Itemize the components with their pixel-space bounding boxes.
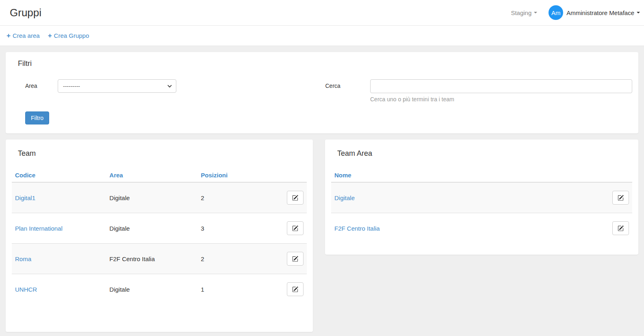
edit-icon [618,225,624,231]
search-input[interactable] [370,79,632,93]
main-content: Filtri Area --------- Cerca Cerca uno o … [0,46,644,336]
edit-team-button[interactable] [287,221,304,235]
team-area-title: Team Area [331,149,632,158]
team-area-column-actions [608,168,632,182]
table-row: F2F Centro Italia [331,213,632,244]
team-posizioni-cell: 2 [197,244,277,274]
team-posizioni-cell: 1 [197,274,277,305]
team-column-codice[interactable]: Codice [12,168,106,182]
team-area-cell: F2F Centro Italia [106,244,197,274]
edit-area-button[interactable] [612,221,629,235]
plus-icon: + [48,32,52,39]
page-header: Gruppi Staging Am Amministratore Metafac… [0,0,644,26]
edit-icon [292,195,298,201]
caret-down-icon [637,12,640,13]
filters-card: Filtri Area --------- Cerca Cerca uno o … [6,52,638,133]
filters-title: Filtri [12,59,632,68]
edit-icon [292,286,298,292]
team-link[interactable]: Roma [15,255,31,262]
search-label: Cerca [322,79,371,89]
team-area-cell: Digitale [106,213,197,244]
team-area-column-nome[interactable]: Nome [331,168,608,182]
team-area-table: Nome Digitale F2F Centro Ita [331,168,632,243]
caret-down-icon [534,12,537,13]
team-posizioni-cell: 2 [197,182,277,213]
avatar: Am [549,5,563,20]
plus-icon: + [7,32,11,39]
crea-area-label: Crea area [13,32,40,39]
team-area-cell: Digitale [106,182,197,213]
table-row: Roma F2F Centro Italia 2 [12,244,307,274]
team-card: Team Codice Area Posizioni Digital1 Digi… [6,140,313,332]
team-posizioni-cell: 3 [197,213,277,244]
edit-team-button[interactable] [287,282,304,296]
table-row: Digital1 Digitale 2 [12,182,307,213]
filter-submit-button[interactable]: Filtro [25,111,49,124]
table-row: UNHCR Digitale 1 [12,274,307,305]
crea-area-link[interactable]: + Crea area [7,32,40,39]
search-help-text: Cerca uno o più termini tra i team [370,96,632,103]
team-link[interactable]: UNHCR [15,286,37,293]
user-menu[interactable]: Am Amministratore Metaface [549,5,640,20]
edit-team-button[interactable] [287,252,304,266]
team-area-cell: Digitale [106,274,197,305]
edit-icon [292,256,298,262]
team-table: Codice Area Posizioni Digital1 Digitale … [12,168,307,304]
team-column-actions [277,168,307,182]
team-link[interactable]: Digital1 [15,194,35,201]
avatar-initials: Am [551,9,561,16]
toolbar: + Crea area + Crea Gruppo [0,26,644,46]
area-link[interactable]: F2F Centro Italia [334,225,380,232]
area-link[interactable]: Digitale [334,194,355,201]
environment-label: Staging [511,9,531,16]
edit-team-button[interactable] [287,191,304,205]
team-link[interactable]: Plan International [15,225,63,232]
crea-gruppo-label: Crea Gruppo [54,32,89,39]
user-name: Amministratore Metaface [566,9,634,16]
environment-dropdown[interactable]: Staging [511,9,537,16]
team-title: Team [12,149,307,158]
table-row: Plan International Digitale 3 [12,213,307,244]
edit-area-button[interactable] [612,191,629,205]
area-label: Area [25,79,58,89]
crea-gruppo-link[interactable]: + Crea Gruppo [48,32,89,39]
edit-icon [618,195,624,201]
table-row: Digitale [331,182,632,213]
edit-icon [292,225,298,231]
area-select[interactable]: --------- [58,79,176,93]
team-column-posizioni[interactable]: Posizioni [197,168,277,182]
filter-form: Area --------- Cerca Cerca uno o più ter… [12,79,632,103]
team-column-area[interactable]: Area [106,168,197,182]
team-area-card: Team Area Nome Digitale [325,140,638,255]
page-title: Gruppi [10,7,41,19]
